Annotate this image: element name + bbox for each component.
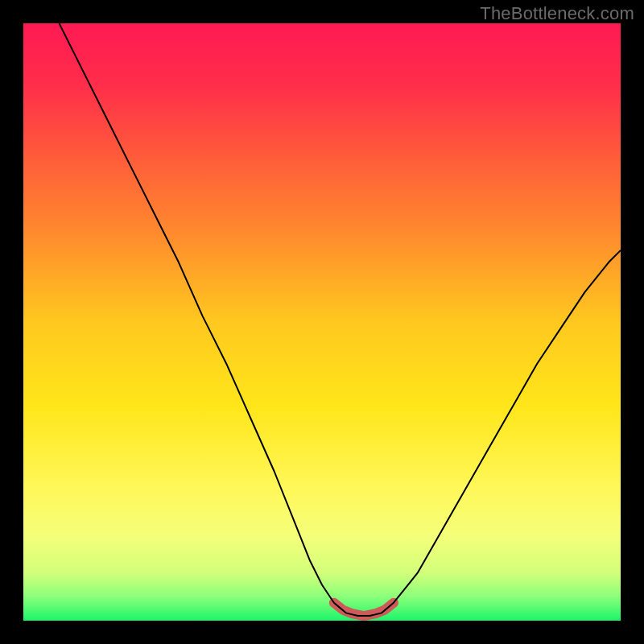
plot-area [23, 23, 621, 621]
chart-frame: TheBottleneck.com [0, 0, 644, 644]
gradient-background [23, 23, 621, 621]
watermark-text: TheBottleneck.com [480, 3, 634, 24]
plot-svg [23, 23, 621, 621]
